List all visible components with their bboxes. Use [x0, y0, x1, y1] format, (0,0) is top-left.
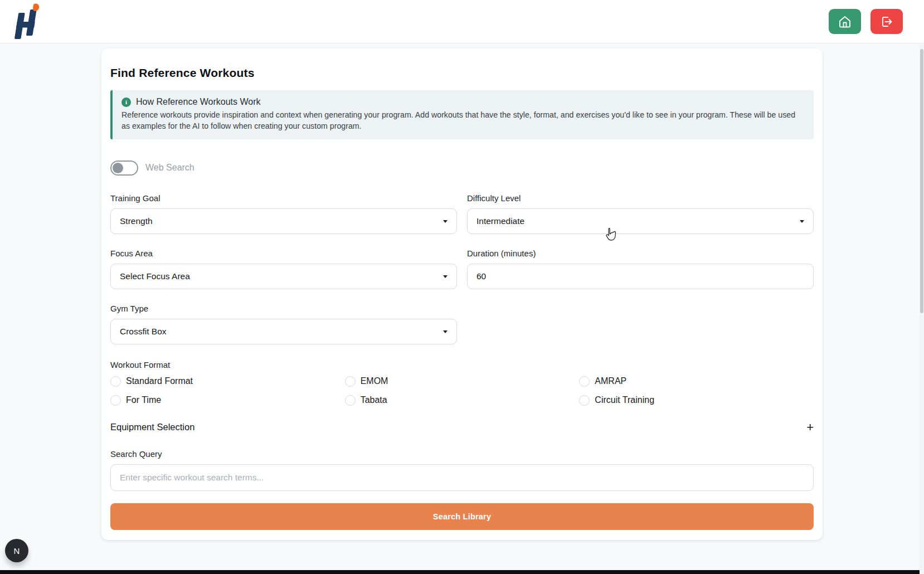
info-heading: How Reference Workouts Work: [136, 97, 260, 107]
search-query-label: Search Query: [110, 449, 814, 459]
bottom-bar: [0, 570, 920, 574]
radio-label: Standard Format: [126, 376, 193, 386]
training-goal-label: Training Goal: [110, 193, 457, 203]
radio-icon: [110, 376, 121, 387]
difficulty-level-field: Difficulty Level Intermediate: [467, 193, 814, 234]
web-search-row: Web Search: [110, 160, 814, 176]
chevron-down-icon: [443, 220, 448, 223]
user-avatar[interactable]: N: [5, 539, 28, 562]
workout-format-group: Standard Format EMOM AMRAP For Time Taba…: [110, 376, 814, 406]
duration-field: Duration (minutes): [467, 249, 814, 289]
find-workouts-card: Find Reference Workouts i How Reference …: [101, 48, 823, 540]
toggle-knob-icon: [113, 163, 123, 173]
gym-type-label: Gym Type: [110, 304, 457, 313]
radio-icon: [579, 395, 590, 406]
app-logo-icon[interactable]: [10, 3, 40, 41]
radio-standard-format[interactable]: Standard Format: [110, 376, 345, 387]
gym-type-select[interactable]: Crossfit Box: [110, 319, 457, 344]
radio-tabata[interactable]: Tabata: [345, 395, 580, 406]
info-icon: i: [121, 98, 131, 107]
search-query-input[interactable]: [110, 464, 814, 491]
radio-emom[interactable]: EMOM: [345, 376, 580, 387]
filters-grid: Training Goal Strength Difficulty Level …: [110, 193, 814, 344]
info-box: i How Reference Workouts Work Reference …: [110, 90, 814, 139]
radio-label: For Time: [126, 395, 161, 405]
difficulty-level-label: Difficulty Level: [467, 193, 814, 203]
equipment-section-label: Equipment Selection: [110, 422, 194, 432]
training-goal-select[interactable]: Strength: [110, 208, 457, 234]
scrollbar-thumb[interactable]: [920, 49, 923, 313]
logout-button[interactable]: [870, 9, 903, 34]
gym-type-value: Crossfit Box: [120, 327, 167, 337]
workout-format-label: Workout Format: [110, 360, 814, 369]
focus-area-label: Focus Area: [110, 249, 457, 258]
info-body: Reference workouts provide inspiration a…: [121, 110, 805, 132]
duration-label: Duration (minutes): [467, 249, 814, 258]
radio-label: Tabata: [361, 395, 387, 405]
scrollbar-track[interactable]: [920, 44, 924, 574]
radio-icon: [345, 395, 356, 406]
difficulty-level-select[interactable]: Intermediate: [467, 208, 814, 234]
equipment-expand-button[interactable]: +: [806, 421, 814, 434]
radio-label: AMRAP: [595, 376, 626, 386]
training-goal-field: Training Goal Strength: [110, 193, 457, 234]
web-search-toggle[interactable]: [110, 160, 138, 176]
gym-type-field: Gym Type Crossfit Box: [110, 304, 457, 344]
chevron-down-icon: [443, 275, 448, 278]
focus-area-select[interactable]: Select Focus Area: [110, 264, 457, 289]
radio-amrap[interactable]: AMRAP: [579, 376, 814, 387]
training-goal-value: Strength: [120, 216, 153, 226]
focus-area-field: Focus Area Select Focus Area: [110, 249, 457, 289]
radio-circuit-training[interactable]: Circuit Training: [579, 395, 814, 406]
duration-input[interactable]: [467, 264, 814, 289]
equipment-section-header: Equipment Selection +: [110, 421, 814, 434]
page-title: Find Reference Workouts: [110, 66, 814, 80]
app-header: [0, 0, 924, 43]
radio-label: EMOM: [361, 376, 388, 386]
radio-icon: [110, 395, 121, 406]
radio-for-time[interactable]: For Time: [110, 395, 345, 406]
web-search-label: Web Search: [145, 163, 194, 173]
radio-icon: [345, 376, 356, 387]
difficulty-level-value: Intermediate: [476, 216, 524, 226]
radio-label: Circuit Training: [595, 395, 654, 405]
home-icon: [838, 15, 852, 28]
radio-icon: [579, 376, 590, 387]
chevron-down-icon: [443, 330, 448, 333]
home-button[interactable]: [829, 9, 861, 34]
logout-icon: [880, 15, 893, 28]
search-library-button[interactable]: Search Library: [110, 503, 814, 530]
chevron-down-icon: [800, 220, 804, 223]
focus-area-value: Select Focus Area: [120, 271, 190, 281]
